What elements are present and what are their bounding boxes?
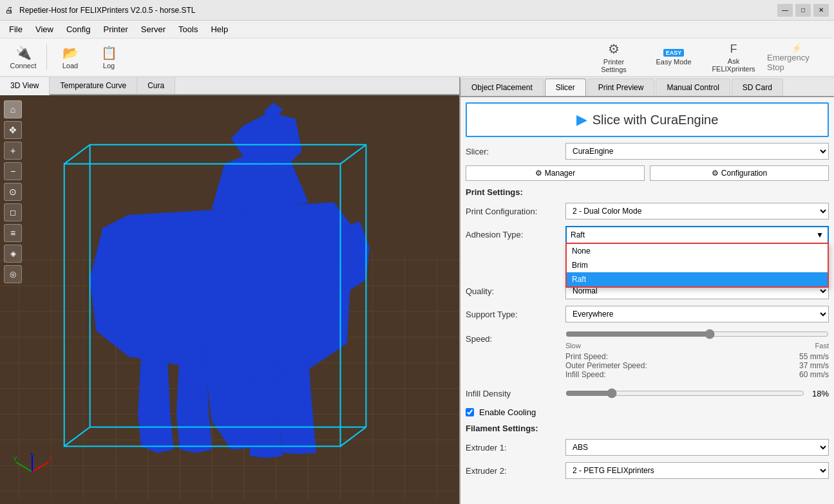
tab-temperature-curve[interactable]: Temperature Curve: [50, 77, 137, 94]
extruder1-select[interactable]: ABS: [565, 439, 829, 456]
slice-btn-label: Slice with CuraEngine: [592, 113, 719, 127]
panel-content: ▶ Slice with CuraEngine Slicer: CuraEngi…: [460, 97, 834, 504]
rotate-tool-button[interactable]: ⊙: [4, 183, 22, 201]
load-icon: 📂: [62, 45, 79, 61]
print-config-label: Print Configuration:: [466, 207, 565, 216]
slicer-label: Slicer:: [466, 147, 565, 156]
menu-help[interactable]: Help: [204, 22, 234, 37]
toolbar: 🔌 Connect 📂 Load 📋 Log ⚙ Printer Setting…: [0, 39, 834, 77]
slice-button[interactable]: ▶ Slice with CuraEngine: [466, 102, 829, 137]
menu-printer[interactable]: Printer: [97, 22, 134, 37]
speed-slider-wrapper: Slow Fast: [565, 328, 829, 350]
enable-cooling-checkbox[interactable]: [466, 408, 474, 416]
adhesion-dropdown-list: None Brim Raft: [565, 243, 829, 288]
print-config-select[interactable]: 2 - Dual Color Mode: [565, 203, 829, 219]
printer-settings-label: Printer Settings: [591, 58, 637, 73]
extruder2-label: Extruder 2:: [466, 466, 565, 476]
manager-label: Manager: [545, 169, 575, 178]
printer-settings-button[interactable]: ⚙ Printer Settings: [588, 41, 640, 74]
print-speed-label: Print Speed:: [565, 352, 608, 361]
enable-cooling-label: Enable Cooling: [479, 407, 536, 417]
extruder2-select-wrapper: 2 - PETG FELIXprinters: [565, 462, 829, 479]
log-icon: 📋: [101, 45, 117, 61]
speed-slider[interactable]: [565, 328, 829, 340]
object-tool-button[interactable]: ◈: [4, 245, 22, 263]
tab-manual-control[interactable]: Manual Control: [656, 79, 730, 96]
menu-server[interactable]: Server: [135, 22, 172, 37]
menu-config[interactable]: Config: [60, 22, 97, 37]
printer-settings-icon: ⚙: [608, 41, 620, 57]
infill-speed-label: Infill Speed:: [565, 370, 606, 379]
tab-sd-card[interactable]: SD Card: [732, 79, 783, 96]
log-button[interactable]: 📋 Log: [91, 41, 127, 74]
menu-view[interactable]: View: [29, 22, 60, 37]
zoom-in-tool-button[interactable]: +: [4, 142, 22, 160]
easy-mode-button[interactable]: EASY Easy Mode: [645, 41, 703, 74]
main-content: 3D View Temperature Curve Cura: [0, 77, 834, 504]
viewport-3d[interactable]: ⌂ ✥ + − ⊙ ◻ ≡ ◈ ◎ X Y Z: [0, 95, 459, 504]
configuration-button[interactable]: ⚙ Configuration: [650, 165, 829, 181]
extruder2-row: Extruder 2: 2 - PETG FELIXprinters: [466, 462, 829, 480]
tab-print-preview[interactable]: Print Preview: [587, 79, 655, 96]
ask-felix-button[interactable]: F Ask FELIXprinters: [708, 41, 759, 74]
infill-density-row: Infill Density 18%: [466, 384, 829, 402]
print-speed-value: 55 mm/s: [799, 352, 829, 361]
speed-row: Speed: Slow Fast Print Speed: 55 m: [466, 328, 829, 379]
tab-cura[interactable]: Cura: [137, 77, 175, 94]
infill-density-slider[interactable]: [565, 387, 804, 399]
outer-perimeter-label: Outer Perimeter Speed:: [565, 361, 647, 370]
slice-play-icon: ▶: [576, 111, 587, 128]
adhesion-select[interactable]: Raft ▼: [565, 226, 829, 243]
support-type-select[interactable]: Everywhere: [565, 306, 829, 322]
adhesion-type-label: Adhesion Type:: [466, 230, 565, 239]
print-config-select-wrapper: 2 - Dual Color Mode: [565, 203, 829, 219]
load-label: Load: [62, 62, 78, 70]
move-tool-button[interactable]: ✥: [4, 121, 22, 139]
svg-text:X: X: [49, 456, 52, 463]
svg-line-43: [32, 462, 48, 472]
speed-details: Print Speed: 55 mm/s Outer Perimeter Spe…: [565, 352, 829, 379]
tab-slicer[interactable]: Slicer: [545, 79, 586, 96]
view-tabs: 3D View Temperature Curve Cura: [0, 77, 459, 95]
toolbar-separator-1: [46, 44, 47, 70]
menu-tools[interactable]: Tools: [172, 22, 204, 37]
tab-3d-view[interactable]: 3D View: [0, 77, 50, 95]
speed-slow-label: Slow: [565, 342, 581, 350]
menu-file[interactable]: File: [3, 22, 29, 37]
easy-badge: EASY: [663, 49, 685, 57]
connect-button[interactable]: 🔌 Connect: [5, 41, 41, 74]
slicer-select[interactable]: CuraEngine: [565, 143, 829, 160]
right-panel: Object Placement Slicer Print Preview Ma…: [460, 77, 834, 504]
filament-settings-header: Filament Settings:: [466, 424, 829, 433]
left-panel: 3D View Temperature Curve Cura: [0, 77, 460, 504]
load-button[interactable]: 📂 Load: [52, 41, 88, 74]
adhesion-option-brim[interactable]: Brim: [567, 258, 828, 272]
adhesion-dropdown-wrapper: Raft ▼ None Brim Raft: [565, 226, 829, 243]
felix-icon: F: [730, 42, 737, 56]
close-button[interactable]: ✕: [813, 4, 829, 17]
slicer-select-wrapper: CuraEngine: [565, 143, 829, 160]
zoom-out-tool-button[interactable]: −: [4, 162, 22, 180]
layers-tool-button[interactable]: ≡: [4, 224, 22, 242]
extruder1-label: Extruder 1:: [466, 443, 565, 453]
emergency-label: Emergency Stop: [767, 53, 826, 72]
emergency-icon: ⚡: [791, 43, 802, 53]
tab-object-placement[interactable]: Object Placement: [460, 79, 544, 96]
slicer-row: Slicer: CuraEngine: [466, 142, 829, 160]
speed-label: Speed:: [466, 334, 565, 344]
home-tool-button[interactable]: ⌂: [4, 100, 22, 118]
adhesion-selected-value: Raft: [571, 230, 585, 239]
maximize-button[interactable]: □: [795, 4, 811, 17]
adhesion-option-raft[interactable]: Raft: [567, 272, 828, 286]
menu-bar: File View Config Printer Server Tools He…: [0, 21, 834, 39]
extruder2-select[interactable]: 2 - PETG FELIXprinters: [565, 462, 829, 479]
adhesion-option-none[interactable]: None: [567, 244, 828, 258]
configuration-label: Configuration: [721, 169, 767, 178]
svg-text:Z: Z: [30, 453, 34, 456]
emergency-stop-button[interactable]: ⚡ Emergency Stop: [764, 41, 829, 74]
compass-tool-button[interactable]: ◎: [4, 265, 22, 283]
cube-tool-button[interactable]: ◻: [4, 203, 22, 221]
manager-button[interactable]: ⚙ Manager: [466, 165, 645, 181]
minimize-button[interactable]: —: [777, 4, 793, 17]
infill-speed-value: 60 mm/s: [799, 370, 829, 379]
